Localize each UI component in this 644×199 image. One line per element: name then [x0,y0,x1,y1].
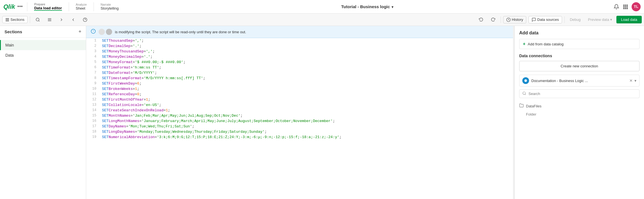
sidebar-item-data[interactable]: Data [0,50,86,60]
line-code[interactable]: SETDayNames='Mon;Tue;Wed;Thu;Fri;Sat;Sun… [100,124,513,129]
debug-label: Debug [570,17,581,22]
sidebar-item-data-label: Data [5,53,14,58]
table-row: 19 SETNumericalAbbreviation='3:k;6:M;9:G… [86,134,513,140]
line-number: 13 [86,102,100,108]
search-button[interactable] [32,16,43,23]
add-section-button[interactable]: + [78,29,81,35]
connection-name: Documentation - Business Logic ... [531,79,627,83]
line-code[interactable]: SETTimeFormat='h:mm:ss TT'; [100,65,513,70]
notifications-button[interactable] [614,4,619,10]
preview-data-button[interactable]: Preview data ▾ [585,16,615,23]
line-number: 15 [86,113,100,118]
connection-actions: ✕ ▾ [629,78,636,83]
add-from-catalog-label: Add from data catalog [528,42,563,46]
nav-prepare[interactable]: Prepare Data load editor [32,3,64,11]
search-input[interactable] [528,92,636,96]
avatar-1 [99,29,105,35]
app-title-chevron-icon [392,4,393,9]
indent-right-button[interactable] [56,16,67,23]
line-code[interactable]: SETCollationLocale='en-US'; [100,102,513,108]
table-row: 12 SETFirstMonthOfYear=1; [86,97,513,102]
data-sources-button[interactable]: Data sources [528,16,562,23]
line-code[interactable]: SETMoneyDecimalSep='.'; [100,54,513,59]
nav-center: Tutorial - Business logic [123,4,611,9]
nav-separator-1 [27,2,27,11]
debug-button[interactable]: Debug [567,16,584,23]
line-code[interactable]: SETMoneyThousandSep=','; [100,49,513,54]
line-code[interactable]: SETMonthNames='Jan;Feb;Mar;Apr;May;Jun;J… [100,113,513,118]
line-code[interactable]: SETFirstWeekDay=6; [100,81,513,86]
avatar-2 [106,29,112,35]
sidebar-item-main[interactable]: Main [0,40,86,50]
line-code[interactable]: SETReferenceDay=0; [100,92,513,97]
sections-toggle-button[interactable]: Sections [2,16,28,23]
line-number: 12 [86,97,100,102]
connection-expand-button[interactable]: ▾ [634,78,636,83]
table-row: 13 SETCollationLocale='en-US'; [86,102,513,108]
redo-button[interactable] [488,16,498,23]
code-editor[interactable]: 1 SETThousandSep=','; 2 SETDecimalSep='.… [86,38,513,199]
svg-rect-2 [627,5,628,6]
table-row: 16 SETLongMonthNames='January;February;M… [86,118,513,124]
help-button[interactable] [80,16,90,23]
table-row: 3 SETMoneyThousandSep=','; [86,49,513,54]
datafiles-folder[interactable]: DataFiles [519,101,639,111]
line-code[interactable]: SETThousandSep=','; [100,38,513,43]
line-code[interactable]: SETCreateSearchIndexOnReload=1; [100,108,513,113]
nav-separator-2 [69,2,69,11]
line-code[interactable]: SETLongMonthNames='January;February;Marc… [100,118,513,124]
line-code[interactable]: SETTimestampFormat='M/D/YYYY h:mm:ss[.ff… [100,76,513,81]
user-avatar[interactable]: TL [632,2,641,11]
sidebar-title: Sections [5,29,22,34]
table-row: 18 SETLongDayNames='Monday;Tuesday;Wedne… [86,129,513,134]
data-connections-title: Data connections [519,54,639,58]
svg-rect-3 [623,6,625,7]
more-menu-button[interactable]: ••• [17,4,23,10]
svg-line-24 [525,94,526,95]
sidebar: Sections + Main Data [0,26,86,199]
nav-analyze[interactable]: Analyze Sheet [74,3,89,10]
line-code[interactable]: SETBrokenWeeks=1; [100,86,513,92]
svg-rect-11 [6,21,9,21]
table-row: 5 SETMoneyFormat='$ ###0.00;-$ ###0.00'; [86,59,513,65]
svg-rect-10 [6,19,9,20]
line-code[interactable]: SETDecimalSep='.'; [100,43,513,49]
add-icon: + [523,41,525,47]
line-code[interactable]: SETLongDayNames='Monday;Tuesday;Wednesda… [100,129,513,134]
line-number: 10 [86,86,100,92]
add-from-catalog-button[interactable]: + Add from data catalog [519,39,639,49]
history-button[interactable]: History [503,16,526,23]
table-row: 11 SETReferenceDay=0; [86,92,513,97]
table-row: 15 SETMonthNames='Jan;Feb;Mar;Apr;May;Ju… [86,113,513,118]
svg-rect-0 [623,5,625,6]
line-number: 7 [86,70,100,76]
load-data-button[interactable]: Load data [616,16,642,23]
apps-grid-button[interactable] [623,4,628,10]
connection-close-button[interactable]: ✕ [629,78,633,83]
undo-button[interactable] [476,16,487,23]
svg-point-12 [36,18,39,21]
create-connection-button[interactable]: Create new connection [519,61,639,71]
line-code[interactable]: SETMoneyFormat='$ ###0.00;-$ ###0.00'; [100,59,513,65]
folder-subfolder[interactable]: Folder [519,111,639,118]
search-bar [519,89,639,98]
code-table: 1 SETThousandSep=','; 2 SETDecimalSep='.… [86,38,513,140]
line-code[interactable]: SETDateFormat='M/D/YYYY'; [100,70,513,76]
preview-dropdown-icon[interactable]: ▾ [610,17,612,22]
nav-right: TL [614,2,641,11]
line-code[interactable]: SETFirstMonthOfYear=1; [100,97,513,102]
line-code[interactable]: SETNumericalAbbreviation='3:k;6:M;9:G;12… [100,134,513,140]
app-title[interactable]: Tutorial - Business logic [341,4,393,9]
toolbar: Sections History Data sources Debug Prev… [0,14,644,26]
nav-narrate-label: Narrate [101,3,119,6]
format-button[interactable] [44,16,55,23]
nav-narrate[interactable]: Narrate Storytelling [98,3,121,10]
indent-left-button[interactable] [68,16,79,23]
folder-label: Folder [526,112,536,116]
svg-rect-9 [6,18,9,19]
svg-point-23 [523,92,525,94]
sidebar-items: Main Data [0,38,86,63]
line-number: 1 [86,38,100,43]
svg-rect-8 [627,8,628,9]
toolbar-sep-1 [30,16,30,23]
